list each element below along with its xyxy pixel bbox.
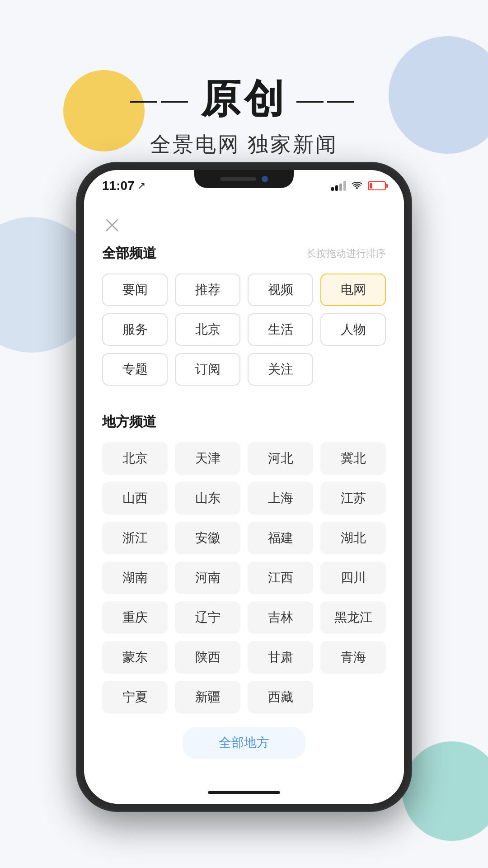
wifi-icon — [352, 180, 362, 192]
home-indicator — [84, 781, 404, 804]
local-channels-header: 地方频道 — [98, 413, 390, 431]
screen-toolbar — [84, 202, 404, 244]
all-channels-title: 全部频道 — [102, 244, 156, 263]
loc-heilongjiang[interactable]: 黑龙江 — [320, 601, 386, 634]
loc-jilin[interactable]: 吉林 — [248, 601, 313, 634]
all-channels-header: 全部频道 长按拖动进行排序 — [98, 244, 390, 263]
loc-shaanxi[interactable]: 陕西 — [175, 641, 240, 674]
channel-item-fuwu[interactable]: 服务 — [102, 313, 168, 346]
loc-gansu[interactable]: 甘肃 — [248, 641, 313, 674]
all-channels-section: 全部频道 长按拖动进行排序 要闻 推荐 视频 电网 服务 北京 生活 人物 — [84, 244, 404, 395]
loc-fujian[interactable]: 福建 — [248, 522, 313, 554]
loc-liaoning[interactable]: 辽宁 — [175, 601, 240, 634]
channel-item-tuijian[interactable]: 推荐 — [175, 274, 240, 306]
loc-qinghai[interactable]: 青海 — [320, 641, 386, 674]
notch-camera — [262, 176, 268, 182]
loc-shanghai[interactable]: 上海 — [248, 482, 313, 514]
local-channels-section: 地方频道 北京 天津 河北 冀北 山西 山东 上海 江苏 浙江 安徽 福建 — [84, 413, 404, 722]
location-channels-grid: 北京 天津 河北 冀北 山西 山东 上海 江苏 浙江 安徽 福建 湖北 湖南 河… — [98, 442, 390, 713]
loc-mengdong[interactable]: 蒙东 — [102, 641, 168, 674]
all-channels-hint: 长按拖动进行排序 — [306, 247, 386, 260]
loc-henan[interactable]: 河南 — [175, 561, 240, 594]
loc-tianjin[interactable]: 天津 — [175, 442, 240, 475]
loc-chongqing[interactable]: 重庆 — [102, 601, 168, 634]
notch-speaker — [220, 177, 256, 181]
loc-beijing[interactable]: 北京 — [102, 442, 168, 475]
channel-item-dingyue[interactable]: 订阅 — [175, 353, 240, 386]
close-button[interactable] — [102, 215, 122, 235]
loc-shanxi[interactable]: 山西 — [102, 482, 168, 514]
channel-item-renwu[interactable]: 人物 — [320, 313, 386, 346]
all-local-button[interactable]: 全部地方 — [183, 727, 305, 759]
loc-jiangxi[interactable]: 江西 — [248, 561, 313, 594]
channel-item-zhuanti[interactable]: 专题 — [102, 353, 168, 386]
phone-outer: 11:07 ↗ — [77, 163, 411, 811]
loc-zhejiang[interactable]: 浙江 — [102, 522, 168, 554]
home-bar — [208, 791, 280, 794]
phone-notch — [194, 170, 294, 188]
loc-hubei[interactable]: 湖北 — [320, 522, 386, 554]
loc-hebei[interactable]: 河北 — [248, 442, 313, 475]
loc-sichuan[interactable]: 四川 — [320, 561, 386, 594]
header-subtitle: 全景电网 独家新闻 — [0, 131, 488, 159]
loc-jibei[interactable]: 冀北 — [320, 442, 386, 475]
main-title-text: 原创 — [201, 72, 287, 126]
dash-right: —— — [296, 84, 358, 115]
local-channels-title: 地方频道 — [102, 413, 156, 431]
bg-circle-teal-bottom — [402, 741, 488, 841]
channel-item-beijing[interactable]: 北京 — [175, 313, 240, 346]
loc-jiangsu[interactable]: 江苏 — [320, 482, 386, 514]
battery-icon — [368, 181, 386, 190]
loc-shandong[interactable]: 山东 — [175, 482, 240, 514]
channel-item-yaow[interactable]: 要闻 — [102, 274, 168, 306]
loc-xizang[interactable]: 西藏 — [248, 681, 313, 713]
header-section: —— 原创 —— 全景电网 独家新闻 — [0, 72, 488, 159]
bottom-hint: 全部地方 — [84, 722, 404, 763]
loc-anhui[interactable]: 安徽 — [175, 522, 240, 554]
all-channels-grid: 要闻 推荐 视频 电网 服务 北京 生活 人物 专题 订阅 关注 — [98, 274, 390, 386]
phone-mockup: 11:07 ↗ — [77, 163, 411, 811]
loc-xinjiang[interactable]: 新疆 — [175, 681, 240, 713]
app-screen: 全部频道 长按拖动进行排序 要闻 推荐 视频 电网 服务 北京 生活 人物 — [84, 202, 404, 781]
dash-left: —— — [130, 84, 192, 115]
channel-item-shenghuo[interactable]: 生活 — [248, 313, 313, 346]
header-title: —— 原创 —— — [0, 72, 488, 126]
channel-item-guanzhu[interactable]: 关注 — [248, 353, 313, 386]
signal-bars-icon — [331, 181, 346, 191]
channel-item-shipin[interactable]: 视频 — [248, 274, 313, 306]
loc-hunan[interactable]: 湖南 — [102, 561, 168, 594]
status-icons — [331, 180, 386, 192]
channel-item-dianwang[interactable]: 电网 — [320, 274, 386, 306]
phone-inner: 11:07 ↗ — [84, 170, 404, 804]
status-time: 11:07 ↗ — [102, 179, 145, 193]
location-arrow-icon: ↗ — [137, 180, 145, 192]
loc-ningxia[interactable]: 宁夏 — [102, 681, 168, 713]
